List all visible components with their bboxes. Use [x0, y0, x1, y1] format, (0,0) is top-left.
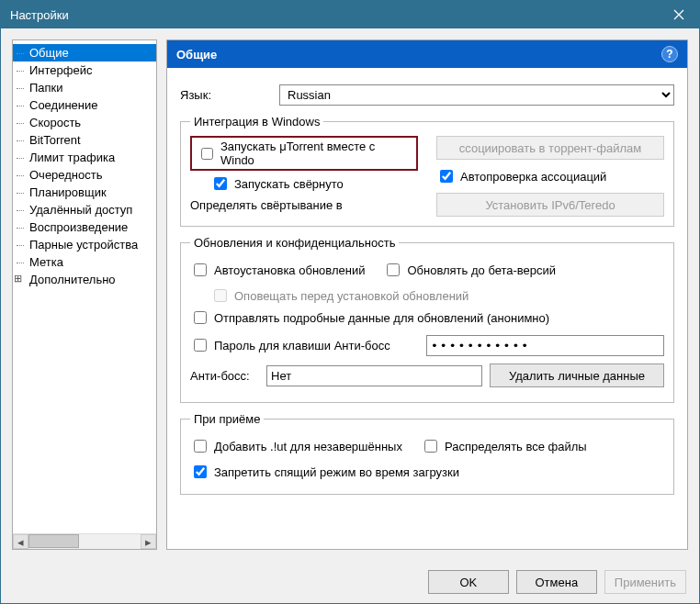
install-ipv6-button[interactable]: Установить IPv6/Teredo: [436, 193, 664, 217]
antiboss-label: Анти-босс:: [190, 369, 259, 383]
add-ut-label: Добавить .!ut для незавершённых: [214, 440, 402, 453]
start-with-windows-highlight: Запускать μTorrent вместе с Windo: [190, 136, 418, 171]
minimize-to-label: Определять свёртывание в: [190, 198, 418, 212]
close-button[interactable]: [658, 1, 699, 28]
category-tree: ОбщиеИнтерфейсПапкиСоединениеСкоростьBit…: [12, 39, 157, 550]
help-icon[interactable]: ?: [661, 46, 678, 62]
dialog-footer: OK Отмена Применить: [1, 561, 699, 603]
beta-checkbox[interactable]: [387, 263, 400, 276]
antiboss-password-label: Пароль для клавиши Анти-босс: [214, 339, 390, 352]
tree-item-0[interactable]: Общие: [13, 44, 156, 62]
start-minimized-label: Запускать свёрнуто: [234, 177, 344, 191]
send-details-checkbox[interactable]: [194, 311, 207, 324]
tree-item-4[interactable]: Скорость: [13, 114, 156, 131]
tree-item-8[interactable]: Планировщик: [13, 184, 156, 201]
prevent-sleep-label: Запретить спящий режим во время загрузки: [214, 465, 459, 479]
download-group: При приёме Добавить .!ut для незавершённ…: [180, 412, 674, 495]
close-icon: [673, 9, 684, 20]
tree-item-13[interactable]: Дополнительно: [13, 271, 156, 288]
integration-group: Интеграция в Windows Запускать μTorrent …: [180, 115, 674, 227]
integration-legend: Интеграция в Windows: [190, 115, 323, 129]
tree-scrollbar[interactable]: ◂ ▸: [13, 533, 156, 549]
autoinstall-label: Автоустановка обновлений: [214, 263, 365, 277]
panel-title: Общие: [176, 48, 217, 62]
download-legend: При приёме: [190, 412, 264, 426]
panel-header: Общие ?: [167, 40, 687, 68]
start-minimized-checkbox[interactable]: [214, 177, 227, 190]
tree-item-10[interactable]: Воспроизведение: [13, 218, 156, 236]
autocheck-assoc-label: Автопроверка ассоциаций: [460, 170, 606, 184]
settings-panel: Общие ? Язык: Russian Интеграция в Windo…: [166, 39, 688, 550]
tree-item-5[interactable]: BitTorrent: [13, 131, 156, 149]
tree-item-12[interactable]: Метка: [13, 253, 156, 271]
window-title: Настройки: [10, 8, 69, 22]
updates-legend: Обновления и конфиденциальность: [190, 236, 399, 250]
ok-button[interactable]: OK: [428, 570, 509, 594]
titlebar: Настройки: [1, 1, 699, 28]
associate-torrents-button[interactable]: ссоциировать в торрент-файлам: [436, 136, 664, 160]
send-details-label: Отправлять подробные данные для обновлен…: [214, 311, 549, 325]
notify-before-label: Оповещать перед установкой обновлений: [234, 289, 469, 303]
autoinstall-checkbox[interactable]: [194, 263, 207, 276]
preallocate-label: Распределять все файлы: [445, 440, 587, 453]
tree-item-3[interactable]: Соединение: [13, 96, 156, 114]
notify-before-checkbox: [214, 289, 227, 302]
apply-button[interactable]: Применить: [604, 570, 686, 594]
antiboss-key-field[interactable]: [266, 365, 482, 386]
tree-item-9[interactable]: Удалённый доступ: [13, 201, 156, 218]
cancel-button[interactable]: Отмена: [516, 570, 597, 594]
autocheck-assoc-checkbox[interactable]: [440, 170, 453, 183]
antiboss-password-checkbox[interactable]: [194, 339, 207, 352]
beta-label: Обновлять до бета-версий: [407, 263, 556, 277]
language-select[interactable]: Russian: [279, 84, 674, 106]
antiboss-password-field[interactable]: [426, 335, 664, 356]
tree-item-1[interactable]: Интерфейс: [13, 62, 156, 79]
tree-item-7[interactable]: Очередность: [13, 166, 156, 184]
clear-private-button[interactable]: Удалить личные данные: [490, 364, 664, 387]
tree-item-6[interactable]: Лимит трафика: [13, 149, 156, 166]
updates-group: Обновления и конфиденциальность Автоуста…: [180, 236, 674, 403]
scroll-thumb[interactable]: [28, 534, 79, 548]
preallocate-checkbox[interactable]: [424, 440, 437, 453]
start-with-windows-label: Запускать μTorrent вместе с Windo: [220, 140, 411, 167]
language-label: Язык:: [180, 88, 272, 102]
tree-item-2[interactable]: Папки: [13, 79, 156, 96]
tree-item-11[interactable]: Парные устройства: [13, 236, 156, 253]
prevent-sleep-checkbox[interactable]: [194, 465, 207, 478]
scroll-right-icon[interactable]: ▸: [141, 534, 156, 549]
add-ut-checkbox[interactable]: [194, 440, 207, 453]
scroll-left-icon[interactable]: ◂: [13, 534, 28, 549]
settings-window: Настройки ОбщиеИнтерфейсПапкиСоединениеС…: [0, 0, 700, 604]
start-with-windows-checkbox[interactable]: [201, 148, 213, 160]
